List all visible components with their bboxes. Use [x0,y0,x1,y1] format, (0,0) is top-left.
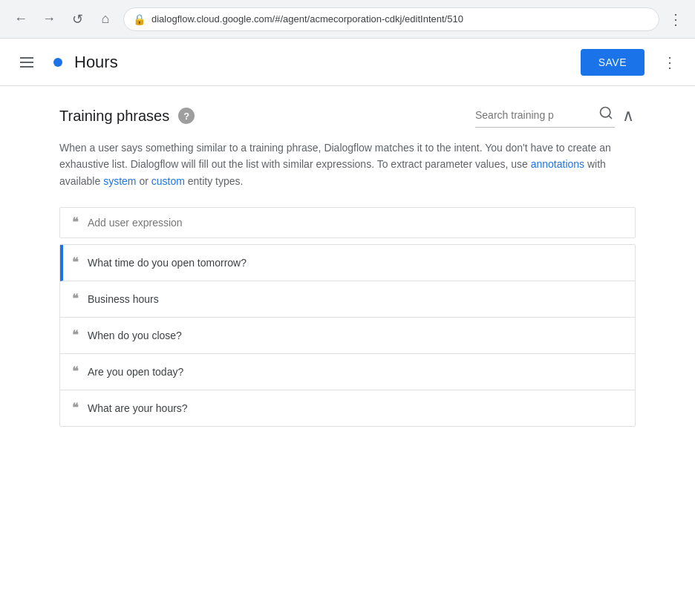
custom-link[interactable]: custom [151,175,185,187]
phrase-row[interactable]: ❝ Business hours [60,281,635,318]
back-button[interactable]: ← [9,7,33,31]
browser-menu-button[interactable]: ⋮ [665,7,686,31]
hamburger-line [20,57,33,59]
quote-icon: ❝ [72,217,79,229]
annotations-link[interactable]: annotations [531,158,584,170]
hamburger-menu-button[interactable] [12,47,42,77]
svg-line-1 [609,116,612,119]
browser-nav: ← → ↺ ⌂ [9,7,117,31]
phrase-row[interactable]: ❝ Are you open today? [60,354,635,390]
search-input-wrap [475,104,615,128]
address-bar[interactable]: 🔒 dialogflow.cloud.google.com/#/agent/ac… [123,7,659,31]
search-input[interactable] [475,109,594,121]
description-end: or [139,175,148,187]
system-link[interactable]: system [103,175,136,187]
section-title: Training phrases [59,108,169,125]
quote-icon: ❝ [72,330,79,341]
hamburger-line [20,66,33,68]
add-expression-row[interactable]: ❝ [59,207,636,238]
add-expression-input[interactable] [88,217,623,229]
home-button[interactable]: ⌂ [94,7,117,31]
phrase-text: When do you close? [88,330,182,341]
lock-icon: 🔒 [133,13,146,25]
phrase-text: What time do you open tomorrow? [88,257,247,269]
main-content: Training phrases ? ∧ When a user says so… [0,86,695,445]
more-options-button[interactable]: ⋮ [656,47,683,77]
browser-chrome: ← → ↺ ⌂ 🔒 dialogflow.cloud.google.com/#/… [0,0,695,39]
quote-icon: ❝ [72,257,79,269]
search-icon-button[interactable] [597,104,615,125]
agent-status-dot [53,58,62,67]
collapse-button[interactable]: ∧ [621,105,636,127]
phrase-row[interactable]: ❝ What time do you open tomorrow? [60,245,635,281]
hamburger-line [20,62,33,63]
phrase-text: Are you open today? [88,366,183,378]
address-text: dialogflow.cloud.google.com/#/agent/acme… [151,13,650,24]
phrase-row[interactable]: ❝ When do you close? [60,318,635,354]
phrase-text: Business hours [88,293,159,305]
save-button[interactable]: SAVE [581,49,645,76]
section-description: When a user says something similar to a … [59,140,636,189]
search-group: ∧ [475,104,636,128]
phrase-text: What are your hours? [88,402,188,414]
section-title-group: Training phrases ? [59,108,195,125]
description-text-1: When a user says something similar to a … [59,142,611,170]
phrase-row[interactable]: ❝ What are your hours? [60,390,635,426]
help-icon[interactable]: ? [178,108,195,124]
phrases-list: ❝ What time do you open tomorrow? ❝ Busi… [59,244,636,427]
section-header: Training phrases ? ∧ [59,104,636,128]
quote-icon: ❝ [72,402,79,414]
quote-icon: ❝ [72,366,79,378]
reload-button[interactable]: ↺ [65,7,89,31]
app-header: Hours SAVE ⋮ [0,39,695,86]
quote-icon: ❝ [72,293,79,305]
intent-title: Hours [74,53,569,72]
forward-button[interactable]: → [37,7,61,31]
description-tail: entity types. [188,175,244,187]
